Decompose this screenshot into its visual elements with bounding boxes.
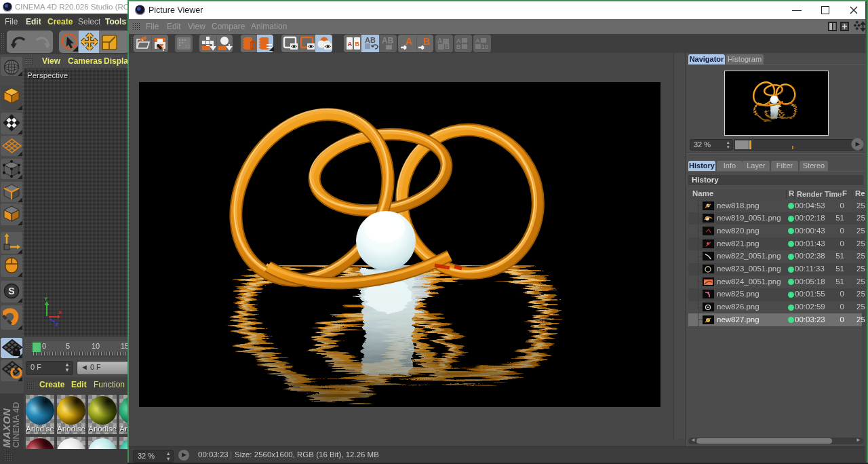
svg-text:B: B [423,36,430,47]
svg-text:B: B [355,41,360,47]
svg-text:10: 10 [481,43,488,50]
svg-text:AB: AB [365,36,376,44]
svg-text:S: S [8,286,14,296]
svg-text:B: B [445,43,450,50]
svg-text:Z: Z [55,322,58,326]
svg-text:B: B [456,43,461,50]
svg-text:A: A [475,37,480,44]
svg-text:X: X [58,309,62,315]
svg-text:Y: Y [44,296,48,302]
svg-text:A: A [437,37,442,45]
svg-text:?: ? [161,44,166,52]
svg-text:A: A [348,41,353,47]
svg-text:AB: AB [382,36,394,45]
svg-text:25: 25 [387,45,391,50]
svg-text:A: A [406,36,412,47]
svg-text:12: 12 [184,43,191,50]
